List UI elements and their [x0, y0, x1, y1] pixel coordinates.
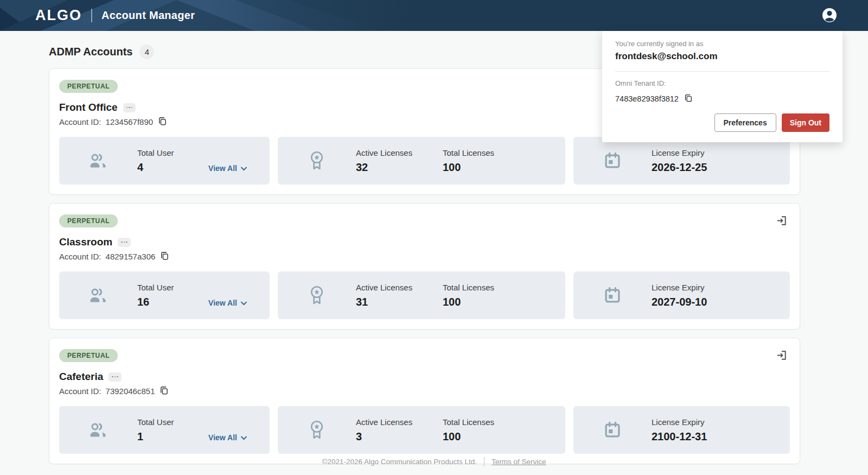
account-id-row: Account ID: 4829157a306	[59, 251, 790, 262]
app-title: Account Manager	[101, 9, 195, 22]
total-licenses-stat: Total Licenses 100	[443, 148, 529, 174]
active-licenses-stat: Active Licenses 3	[356, 417, 443, 443]
account-id-value: 7392046c851	[106, 387, 155, 396]
stat-value: 32	[356, 161, 443, 174]
enter-account-button[interactable]	[775, 214, 788, 229]
account-name: Front Office	[59, 102, 118, 113]
license-expiry-stat: License Expiry 2027-09-10	[652, 283, 707, 308]
total-user-tile: Total User 1 View All	[59, 406, 270, 454]
stat-value: 100	[443, 296, 529, 308]
account-name: Cafeteria	[59, 371, 103, 383]
copy-account-id-button[interactable]	[157, 116, 167, 128]
footer-divider	[484, 457, 484, 466]
card-title-row: Cafeteria	[59, 371, 790, 383]
stat-value: 100	[443, 161, 529, 174]
license-expiry-tile: License Expiry 2026-12-25	[573, 137, 790, 185]
brand-divider	[91, 9, 92, 22]
view-all-users-button[interactable]: View All	[208, 299, 247, 307]
signed-in-label: You're currently signed in as	[615, 40, 829, 48]
licenses-tile: Active Licenses 31 Total Licenses 100	[278, 271, 565, 319]
stat-label: Active Licenses	[356, 148, 443, 157]
user-avatar-button[interactable]	[821, 7, 838, 23]
account-id-label: Account ID:	[59, 117, 101, 126]
license-expiry-tile: License Expiry 2100-12-31	[573, 406, 790, 454]
active-licenses-stat: Active Licenses 32	[356, 148, 443, 174]
license-expiry-stat: License Expiry 2100-12-31	[652, 417, 707, 443]
users-icon	[87, 421, 109, 439]
total-user-stat: Total User 1	[137, 417, 174, 443]
chevron-down-icon	[241, 299, 247, 307]
users-icon	[87, 152, 109, 169]
stat-label: License Expiry	[652, 283, 707, 292]
award-icon	[306, 284, 328, 306]
view-all-users-button[interactable]: View All	[208, 433, 247, 442]
card-title-row: Classroom	[59, 236, 790, 248]
tenant-id-label: Omni Tenant ID:	[615, 79, 829, 87]
license-expiry-tile: License Expiry 2027-09-10	[573, 271, 790, 319]
stat-label: License Expiry	[652, 417, 707, 427]
stat-label: Total User	[137, 148, 174, 157]
status-badge: PERPETUAL	[59, 214, 118, 227]
copy-account-id-button[interactable]	[159, 385, 169, 397]
stat-label: Total Licenses	[443, 417, 529, 427]
terms-of-service-link[interactable]: Terms of Service	[492, 458, 546, 466]
view-all-users-button[interactable]: View All	[208, 164, 247, 173]
view-all-label: View All	[208, 433, 237, 442]
dropdown-divider	[615, 71, 829, 72]
stat-value: 16	[137, 296, 174, 308]
licenses-tile: Active Licenses 32 Total Licenses 100	[278, 137, 565, 185]
total-user-tile: Total User 16 View All	[59, 271, 270, 319]
more-options-icon[interactable]	[118, 238, 131, 247]
stat-tiles-row: Total User 1 View All	[59, 406, 790, 454]
log-in-icon	[775, 220, 788, 229]
stat-value: 1	[137, 430, 174, 443]
user-email: frontdesk@school.com	[615, 51, 829, 62]
calendar-icon	[602, 286, 623, 305]
copy-icon	[159, 251, 169, 262]
algo-logo: ALGO	[35, 7, 82, 24]
more-options-icon[interactable]	[123, 103, 136, 112]
award-icon	[306, 150, 328, 172]
stat-tiles-row: Total User 4 View All	[59, 137, 790, 185]
account-id-label: Account ID:	[59, 252, 101, 261]
page-title: ADMP Accounts	[49, 46, 132, 58]
account-id-label: Account ID:	[59, 387, 101, 396]
stat-value: 2026-12-25	[652, 161, 707, 174]
stat-value: 31	[356, 296, 443, 308]
total-licenses-stat: Total Licenses 100	[443, 283, 529, 308]
stat-label: Active Licenses	[356, 417, 443, 427]
user-menu-dropdown: You're currently signed in as frontdesk@…	[602, 31, 843, 142]
sign-out-button[interactable]: Sign Out	[782, 113, 829, 132]
stat-label: Active Licenses	[356, 283, 443, 292]
total-user-stat: Total User 16	[137, 283, 174, 308]
copy-icon	[157, 116, 167, 128]
account-card-cafeteria: PERPETUAL Cafeteria Account ID: 7392046c…	[49, 338, 800, 464]
tenant-id-row: 7483e82938f3812	[615, 93, 829, 104]
more-options-icon[interactable]	[108, 372, 122, 382]
log-in-icon	[775, 355, 788, 363]
stat-tiles-row: Total User 16 View All	[59, 271, 790, 319]
users-icon	[87, 287, 109, 304]
stat-label: License Expiry	[652, 148, 707, 157]
dropdown-actions: Preferences Sign Out	[615, 113, 829, 132]
stat-value: 3	[356, 430, 443, 443]
app-header: ALGO Account Manager	[0, 0, 868, 31]
copy-account-id-button[interactable]	[159, 251, 169, 262]
licenses-tile: Active Licenses 3 Total Licenses 100	[278, 406, 565, 454]
enter-account-button[interactable]	[775, 349, 788, 363]
copy-icon	[684, 93, 693, 104]
stat-value: 2100-12-31	[652, 430, 707, 443]
view-all-label: View All	[208, 164, 237, 173]
calendar-icon	[602, 421, 623, 439]
copyright-text: ©2021-2026 Algo Communication Products L…	[322, 458, 477, 466]
active-licenses-stat: Active Licenses 31	[356, 283, 443, 308]
account-id-value: 1234567f890	[106, 117, 154, 126]
page-footer: ©2021-2026 Algo Communication Products L…	[0, 457, 868, 466]
copy-icon	[159, 385, 169, 397]
chevron-down-icon	[241, 433, 247, 442]
copy-tenant-id-button[interactable]	[684, 93, 693, 104]
preferences-button[interactable]: Preferences	[714, 113, 776, 132]
stat-value: 100	[443, 430, 529, 443]
account-card-classroom: PERPETUAL Classroom Account ID: 4829157a…	[49, 203, 800, 330]
license-expiry-stat: License Expiry 2026-12-25	[652, 148, 707, 174]
